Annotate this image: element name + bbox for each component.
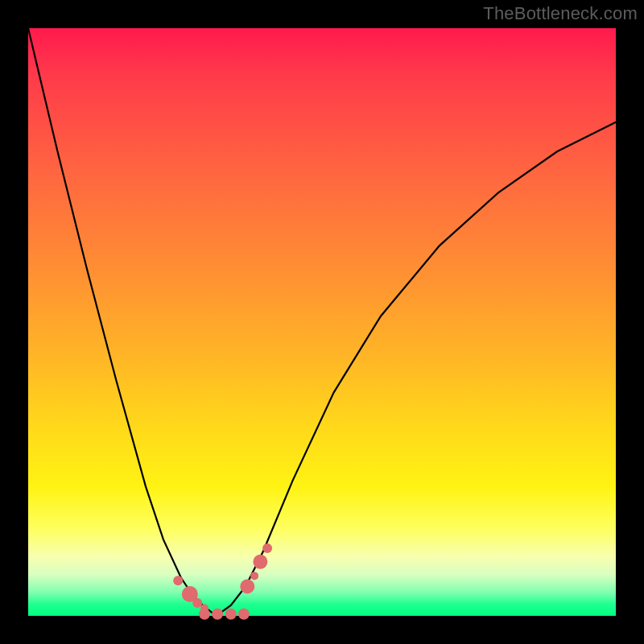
data-marker [253, 555, 267, 569]
curve-layer [28, 28, 616, 616]
data-marker [262, 543, 272, 553]
data-marker [199, 609, 210, 620]
data-marker [212, 609, 223, 620]
marker-group [173, 543, 272, 620]
data-marker [192, 598, 202, 608]
data-marker [250, 572, 258, 580]
watermark-text: TheBottleneck.com [483, 3, 638, 24]
data-marker [225, 609, 237, 620]
data-marker [173, 576, 183, 585]
data-marker [240, 580, 254, 594]
left-curve [28, 28, 217, 616]
chart-frame: TheBottleneck.com [0, 0, 644, 644]
data-marker [238, 609, 250, 620]
plot-area [28, 28, 616, 616]
right-curve [217, 122, 616, 616]
